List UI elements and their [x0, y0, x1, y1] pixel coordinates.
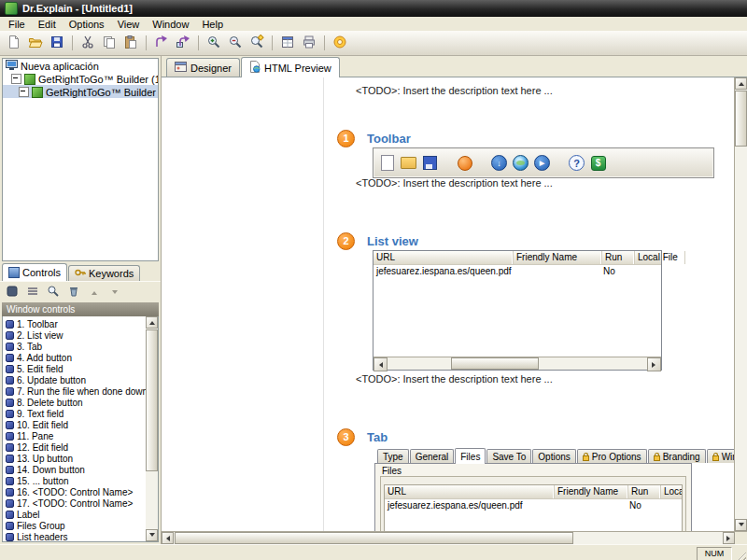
tree-root[interactable]: Nueva aplicación [3, 59, 158, 72]
section-marker-3[interactable]: 3 [337, 428, 355, 446]
save-button[interactable] [47, 33, 67, 53]
new-button[interactable] [4, 33, 24, 53]
html-preview-icon [249, 61, 261, 75]
scroll-down-button[interactable] [735, 519, 747, 531]
cut-button[interactable] [78, 33, 98, 53]
tree-node-selected[interactable]: GetRightToGo™ Builder (1.0) [3, 85, 158, 98]
menu-help[interactable]: Help [195, 18, 230, 31]
delete-button[interactable] [65, 284, 82, 301]
scrollbar-thumb[interactable] [146, 329, 158, 471]
scroll-up-button[interactable] [735, 77, 747, 90]
lock-icon [583, 453, 589, 461]
lock-icon [654, 453, 660, 461]
section-heading-tab[interactable]: Tab [367, 430, 388, 444]
list-item-label: 15. ... button [17, 476, 69, 486]
list-item[interactable]: 4. Add button [3, 352, 146, 363]
list-item[interactable]: 7. Run the file when done download... [3, 385, 146, 397]
selection-icon [6, 285, 19, 301]
scroll-down-button[interactable] [146, 529, 158, 541]
column-header: Local File [661, 485, 683, 498]
menu-view[interactable]: View [111, 18, 147, 31]
list-item[interactable]: 6. Update button [3, 374, 146, 385]
open-button[interactable] [25, 33, 46, 53]
open-folder-icon [28, 35, 43, 52]
zoom-out-button[interactable] [225, 33, 246, 53]
scrollbar-thumb[interactable] [175, 532, 573, 544]
menu-file[interactable]: File [2, 18, 32, 31]
scroll-left-button[interactable] [162, 532, 174, 544]
list-item[interactable]: 10. Edit field [3, 419, 146, 430]
tab-page: Files URL Friendly Name Run Local File [374, 463, 692, 531]
menu-options[interactable]: Options [63, 18, 111, 31]
tab-controls[interactable]: Controls [2, 263, 67, 281]
capture-control-button[interactable] [173, 33, 193, 53]
list-item[interactable]: 9. Text field [3, 408, 146, 419]
screenshot-listview: URL Friendly Name Run Local File jefesua… [373, 250, 662, 371]
tab-designer[interactable]: Designer [166, 58, 240, 77]
menu-window[interactable]: Window [146, 18, 195, 31]
list-item[interactable]: 13. Up button [3, 453, 146, 464]
scrollbar-track[interactable] [174, 532, 723, 544]
scroll-right-button[interactable] [723, 532, 735, 544]
collapse-icon[interactable] [11, 74, 21, 84]
list-item[interactable]: 3. Tab [3, 341, 146, 352]
project-tree: Nueva aplicación GetRightToGo™ Builder (… [2, 58, 159, 261]
toolbar-separator [72, 35, 73, 50]
section-marker-1[interactable]: 1 [337, 130, 355, 147]
download-icon [491, 155, 507, 171]
select-tool-button[interactable] [4, 284, 21, 301]
help-button[interactable] [330, 33, 350, 53]
resize-grip[interactable] [735, 550, 746, 560]
list-item[interactable]: 1. Toolbar [3, 318, 146, 329]
zoom-button[interactable] [45, 284, 62, 301]
capture-window-button[interactable] [151, 33, 172, 53]
move-down-button[interactable] [106, 284, 123, 301]
list-item[interactable]: 12. Edit field [3, 441, 146, 453]
list-item[interactable]: 2. List view [3, 329, 146, 341]
move-up-button[interactable] [86, 284, 103, 301]
scrollbar-track[interactable] [735, 90, 747, 519]
copy-button[interactable] [99, 33, 120, 53]
section-heading-toolbar[interactable]: Toolbar [367, 132, 411, 146]
control-marker-icon [6, 387, 14, 396]
list-item-label: 13. Up button [17, 454, 73, 464]
collapse-icon[interactable] [19, 87, 29, 97]
scrollbar-corner [735, 532, 747, 544]
zoom-out-icon [228, 35, 243, 52]
scroll-up-button[interactable] [146, 316, 158, 329]
section-heading-listview[interactable]: List view [367, 234, 418, 248]
column-header: URL [385, 485, 555, 498]
up-arrow-icon [92, 288, 97, 295]
paste-button[interactable] [120, 33, 141, 53]
scrollbar-thumb[interactable] [735, 91, 747, 147]
list-mode-button[interactable] [24, 284, 41, 301]
horizontal-scrollbar[interactable] [162, 531, 747, 544]
properties-button[interactable] [277, 33, 298, 53]
list-item[interactable]: 15. ... button [3, 475, 146, 486]
tab-branding: Branding [648, 449, 706, 463]
menu-edit[interactable]: Edit [32, 18, 63, 31]
vertical-scrollbar[interactable] [734, 77, 747, 531]
scrollbar-track[interactable] [146, 329, 158, 529]
zoom-reset-button[interactable] [247, 33, 267, 53]
list-item[interactable]: 14. Down button [3, 464, 146, 475]
html-preview-content: <TODO>: Insert the description text here… [162, 77, 734, 531]
tab-keywords[interactable]: Keywords [68, 265, 140, 281]
list-item[interactable]: Label [3, 509, 146, 520]
list-item[interactable]: 17. <TODO: Control Name> [3, 497, 146, 509]
list-item[interactable]: 5. Edit field [3, 363, 146, 374]
controls-list-scrollbar[interactable] [146, 316, 158, 541]
tree-node[interactable]: GetRightToGo™ Builder (1.0) [3, 72, 158, 85]
zoom-in-button[interactable] [204, 33, 224, 53]
list-item[interactable]: 8. Delete button [3, 397, 146, 408]
titlebar[interactable]: Dr.Explain - [Untitled1] [0, 0, 747, 17]
list-item-label: 16. <TODO: Control Name> [17, 487, 133, 497]
tab-html-preview[interactable]: HTML Preview [241, 57, 340, 77]
list-item[interactable]: 16. <TODO: Control Name> [3, 486, 146, 497]
list-item[interactable]: 11. Pane [3, 430, 146, 441]
section-marker-2[interactable]: 2 [337, 232, 355, 250]
print-button[interactable] [299, 33, 319, 53]
list-item[interactable]: Files Group [3, 520, 146, 531]
column-header: Run [602, 251, 635, 264]
list-item[interactable]: List headers [3, 531, 146, 541]
